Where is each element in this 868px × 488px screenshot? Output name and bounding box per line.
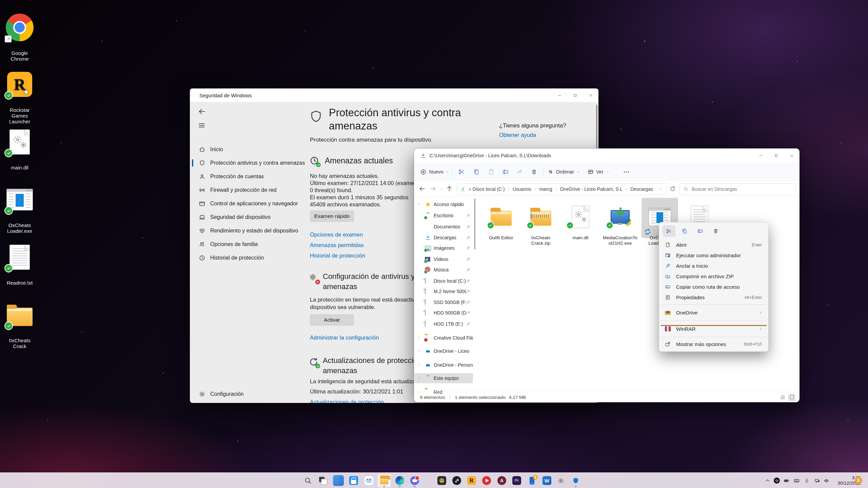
copy-button[interactable] [678, 225, 691, 237]
chevron-down-icon[interactable] [659, 187, 663, 191]
taskbar-red-media-app[interactable] [480, 474, 493, 487]
menu-toggle-button[interactable] [198, 122, 205, 129]
tray-microphone-icon[interactable] [803, 477, 810, 484]
task-view-button[interactable] [316, 474, 330, 487]
store-button[interactable] [347, 474, 360, 487]
menu-item-comprimir-zip[interactable]: Comprimir en archivo ZIP [661, 271, 767, 282]
menu-item-anclar-inicio[interactable]: Anclar a Inicio [661, 261, 767, 271]
start-button[interactable] [285, 474, 299, 487]
paste-button[interactable] [485, 166, 497, 178]
menu-item-abrir[interactable]: AbrirEnter [661, 240, 767, 250]
file-mediacreationtool[interactable]: MediaCreationTo ol21H2.exe [602, 198, 638, 238]
sidebar-item-descargas[interactable]: Descargas [415, 232, 473, 243]
breadcrumb-segment[interactable]: marcg [539, 186, 552, 192]
menu-item-propiedades[interactable]: PropiedadesAlt+Enter [661, 292, 767, 303]
more-options-button[interactable] [620, 166, 632, 178]
cut-button[interactable] [663, 225, 675, 237]
taskbar-your-phone[interactable]: 8 [525, 474, 539, 487]
sidebar-item-videos[interactable]: Vídeos [415, 254, 473, 264]
menu-item-ejecutar-admin[interactable]: Ejecutar como administrador [661, 250, 767, 261]
view-button[interactable]: Ver [588, 166, 609, 178]
notification-count-badge[interactable]: 5 [855, 477, 862, 484]
menu-item-copiar-ruta[interactable]: Copiar como ruta de acceso [661, 282, 767, 292]
menu-item-onedrive[interactable]: OneDrive [661, 306, 767, 319]
desktop-icon-maindll[interactable]: main.dll [3, 121, 36, 176]
cut-button[interactable] [455, 166, 468, 178]
taskbar-a-app[interactable]: A [495, 474, 509, 487]
share-button[interactable] [514, 166, 526, 178]
sidebar-item-control-apps[interactable]: Control de aplicaciones y navegador [190, 197, 298, 210]
back-button[interactable] [198, 107, 206, 116]
sidebar-item-m2[interactable]: M.2 Nvme 500GB ( [415, 286, 473, 297]
sidebar-item-disco-c[interactable]: Disco local (C:) [415, 276, 473, 286]
sidebar-item-hdd1tb[interactable]: HDD 1TB (E:) [415, 319, 473, 329]
sidebar-item-esc[interactable]: Escritorio [415, 210, 473, 221]
sidebar-item-hdd500[interactable]: HDD 500GB (D:) [415, 308, 473, 318]
sidebar-item-antivirus[interactable]: Protección antivirus y contra amenazas [190, 156, 298, 170]
taskbar-discord[interactable] [408, 474, 421, 487]
breadcrumb-overflow[interactable]: « [469, 186, 471, 192]
widgets-button[interactable] [332, 474, 345, 487]
file-main-dll[interactable]: main.dll [562, 198, 599, 238]
refresh-button[interactable] [670, 186, 676, 192]
protection-updates-link[interactable]: Actualizaciones de protección [310, 399, 384, 403]
allowed-threats-link[interactable]: Amenazas permitidas [310, 242, 364, 248]
maximize-button[interactable] [567, 88, 583, 102]
sidebar-item-acceso-rapido[interactable]: Acceso rápido [415, 199, 473, 209]
breadcrumb-segment[interactable]: Usuarios [513, 186, 531, 192]
desktop-icon-chrome[interactable]: Google Chrome [3, 7, 36, 67]
sidebar-item-este-equipo[interactable]: Este equipo [415, 373, 473, 383]
back-nav-button[interactable] [419, 185, 426, 192]
taskbar-edge[interactable] [393, 474, 407, 487]
desktop-icon-oxcheatsloader[interactable]: OxCheats Loader.exe [3, 179, 36, 240]
tray-power-icon[interactable] [773, 477, 781, 484]
sidebar-item-seguridad-dispositivo[interactable]: Seguridad del dispositivo [190, 210, 298, 224]
copy-button[interactable] [470, 166, 482, 178]
quick-scan-button[interactable]: Examen rápido [310, 210, 354, 222]
breadcrumb-segment[interactable]: Descargas [630, 186, 653, 192]
breadcrumb-segment[interactable]: Disco local (C:) [473, 186, 505, 192]
sidebar-item-onedrive-liceo[interactable]: OneDrive - Liceo Palcam [415, 346, 473, 356]
tray-network-icon[interactable] [813, 477, 821, 484]
tray-keyboard-icon[interactable] [793, 477, 800, 484]
sidebar-item-onedrive-personal[interactable]: OneDrive - Personal [415, 360, 473, 370]
taskbar-steam[interactable] [450, 474, 463, 487]
activate-button[interactable]: Activar [310, 314, 354, 326]
tray-battery-icon[interactable] [783, 477, 790, 484]
rename-button[interactable] [694, 225, 707, 237]
mail-button[interactable] [362, 474, 376, 487]
desktop-icon-rockstar[interactable]: R ★ Rockstar Games Launcher [3, 64, 36, 130]
menu-item-mostrar-mas[interactable]: Mostrar más opcionesShift+F10 [661, 339, 767, 349]
close-button[interactable] [583, 88, 598, 102]
minimize-button[interactable] [552, 88, 567, 102]
delete-button[interactable] [709, 225, 722, 237]
taskbar-rockstar[interactable]: R [465, 474, 478, 487]
rename-button[interactable] [499, 166, 512, 178]
sidebar-item-documentos[interactable]: Documentos [415, 222, 473, 232]
breadcrumb-segment[interactable]: OneDrive - Liceo Palcam, S.L [560, 186, 623, 192]
tray-expand-button[interactable] [764, 477, 771, 484]
up-nav-button[interactable] [446, 185, 453, 192]
sort-button[interactable]: Ordenar [548, 166, 580, 178]
sidebar-item-familia[interactable]: Opciones de familia [190, 238, 298, 251]
desktop-icon-readme[interactable]: Readme.txt [3, 237, 36, 291]
scan-options-link[interactable]: Opciones de examen [310, 231, 363, 238]
sidebar-item-imagenes[interactable]: Imágenes [415, 243, 473, 253]
taskbar-settings[interactable] [554, 474, 568, 487]
sidebar-item-ssd[interactable]: SSD 500GB (F:) [415, 297, 473, 307]
sidebar-item-rendimiento[interactable]: Rendimiento y estado del dispositivo [190, 224, 298, 238]
breadcrumb[interactable]: « Disco local (C:) Usuarios marcg OneDri… [457, 183, 667, 195]
maximize-button[interactable] [768, 148, 784, 163]
forward-nav-button[interactable] [430, 185, 436, 192]
close-button[interactable] [784, 148, 800, 163]
taskbar-word[interactable]: W [540, 474, 554, 487]
file-outfit-editor[interactable]: Outfit Editor [483, 198, 519, 238]
desktop-icon-0xcheats-crack[interactable]: 0xCheats Crack [3, 294, 36, 355]
menu-item-winrar[interactable]: WinRAR [661, 323, 767, 335]
sidebar-item-musica[interactable]: ♪Música [415, 265, 473, 275]
file-0xcheats-crack-zip[interactable]: 0xCheats Crack.zip [522, 198, 559, 238]
taskbar-windows-security[interactable] [569, 474, 583, 487]
sidebar-item-cuentas[interactable]: Protección de cuentas [190, 170, 298, 183]
sidebar-item-configuracion[interactable]: Configuración [190, 387, 298, 401]
taskbar-game-app[interactable] [435, 474, 449, 487]
